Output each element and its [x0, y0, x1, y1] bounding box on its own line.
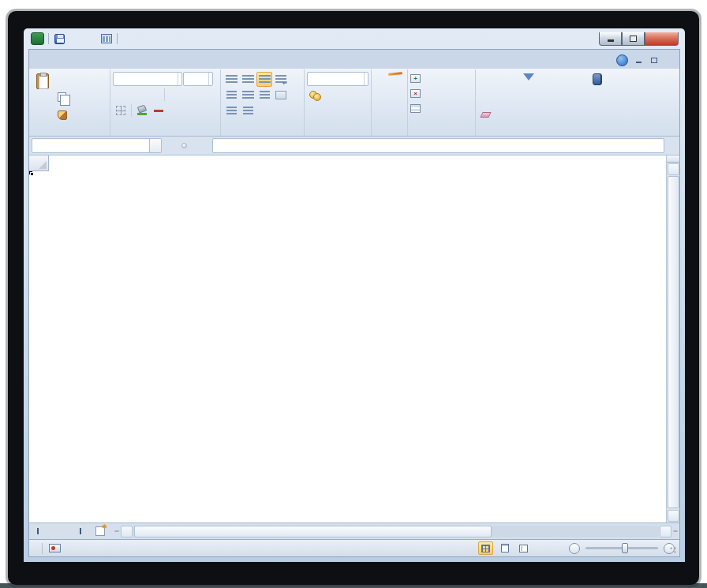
font-family-select[interactable] — [113, 72, 182, 86]
insert-cells-button[interactable] — [410, 71, 473, 86]
resize-grip-icon — [668, 545, 678, 555]
horizontal-scroll-track[interactable] — [133, 526, 659, 537]
fill-handle[interactable] — [30, 172, 34, 176]
last-sheet-button[interactable] — [74, 525, 87, 537]
paste-button[interactable] — [33, 71, 52, 124]
horizontal-scroll-thumb[interactable] — [134, 526, 492, 537]
paste-icon — [36, 73, 49, 89]
align-top-icon — [226, 75, 238, 84]
workbook-restore-button[interactable] — [649, 56, 660, 66]
align-middle-button[interactable] — [240, 72, 256, 87]
vertical-scroll-thumb[interactable] — [668, 176, 679, 508]
shrink-font-button[interactable] — [184, 88, 200, 103]
cut-button[interactable] — [54, 71, 70, 86]
align-top-button[interactable] — [223, 72, 239, 87]
group-cells — [408, 69, 476, 136]
scroll-left-button[interactable] — [121, 526, 133, 537]
scroll-down-button[interactable] — [668, 510, 679, 522]
workbook-close-button[interactable] — [664, 56, 675, 66]
number-format-select[interactable] — [307, 72, 368, 86]
percent-style-button[interactable] — [324, 88, 339, 103]
fill-color-button[interactable] — [134, 103, 150, 118]
increase-decimal-button[interactable] — [307, 103, 323, 118]
formula-bar-divider — [162, 143, 206, 148]
italic-button[interactable] — [129, 88, 145, 103]
align-center-button[interactable] — [240, 88, 256, 103]
minimize-button[interactable] — [599, 32, 622, 46]
tab-splitter-handle[interactable] — [114, 530, 119, 532]
divider-dot-icon — [181, 143, 187, 148]
increase-indent-button[interactable] — [240, 103, 256, 118]
workbook-minimize-button[interactable] — [633, 56, 644, 66]
delete-cells-button[interactable] — [410, 86, 473, 101]
page-break-icon — [519, 545, 528, 552]
font-color-button[interactable] — [151, 103, 166, 118]
close-button[interactable] — [645, 32, 679, 46]
table-tool-button[interactable] — [100, 32, 113, 45]
wrap-text-icon — [275, 75, 286, 84]
vertical-scrollbar[interactable] — [666, 155, 679, 522]
name-box[interactable] — [32, 138, 150, 153]
save-button[interactable] — [53, 32, 65, 45]
normal-view-button[interactable] — [478, 541, 493, 555]
split-handle[interactable] — [667, 155, 679, 163]
align-bottom-button[interactable] — [256, 72, 272, 87]
align-left-button[interactable] — [223, 88, 239, 103]
clear-button[interactable] — [478, 107, 494, 122]
help-icon[interactable] — [616, 54, 628, 66]
active-cell-selection[interactable] — [29, 171, 32, 174]
autosum-button[interactable] — [478, 71, 494, 86]
scroll-up-button[interactable] — [668, 163, 679, 175]
format-painter-button[interactable] — [54, 107, 70, 122]
borders-button[interactable] — [113, 103, 129, 118]
merge-center-button[interactable] — [273, 88, 289, 103]
format-cells-icon — [410, 104, 421, 113]
copy-button[interactable] — [54, 89, 70, 104]
zoom-slider-track[interactable] — [585, 547, 658, 549]
decrease-indent-button[interactable] — [223, 103, 239, 118]
excel-window — [24, 28, 685, 562]
next-sheet-button[interactable] — [60, 525, 73, 537]
status-bar — [29, 539, 679, 556]
prev-sheet-button[interactable] — [46, 525, 58, 537]
delete-cells-icon — [410, 89, 421, 98]
sort-filter-button[interactable] — [496, 71, 559, 124]
find-select-button[interactable] — [562, 71, 625, 124]
restore-button[interactable] — [622, 32, 645, 46]
comma-style-button[interactable] — [340, 88, 356, 103]
grow-font-button[interactable] — [167, 88, 183, 103]
zoom-out-button[interactable] — [569, 543, 580, 554]
excel-logo-icon[interactable] — [31, 32, 44, 45]
wrap-text-button[interactable] — [273, 72, 289, 87]
formula-input[interactable] — [212, 138, 664, 153]
fill-button[interactable] — [478, 89, 494, 104]
table-icon — [101, 34, 112, 43]
align-left-icon — [226, 91, 237, 99]
zoom-slider-thumb[interactable] — [622, 543, 628, 553]
scroll-right-button[interactable] — [660, 526, 671, 537]
sheet-tab-bar — [29, 522, 679, 539]
expand-formula-bar-icon[interactable] — [664, 138, 677, 153]
title-bar — [28, 28, 680, 49]
orientation-button[interactable] — [256, 103, 272, 118]
styles-button[interactable] — [387, 71, 393, 124]
page-break-view-button[interactable] — [516, 541, 531, 555]
redo-button[interactable] — [84, 32, 97, 45]
borders-icon — [116, 106, 125, 115]
select-all-corner[interactable] — [29, 155, 49, 171]
undo-button[interactable] — [69, 32, 81, 45]
scrollbar-splitter-handle[interactable] — [673, 530, 678, 532]
format-cells-button[interactable] — [410, 101, 473, 116]
bold-button[interactable] — [113, 88, 129, 103]
record-macro-icon[interactable] — [49, 544, 61, 552]
decrease-decimal-button[interactable] — [324, 103, 339, 118]
underline-button[interactable] — [146, 88, 162, 103]
font-size-select[interactable] — [183, 72, 213, 86]
customize-qat-button[interactable] — [122, 32, 134, 45]
page-layout-view-button[interactable] — [497, 541, 512, 555]
accounting-format-button[interactable] — [307, 88, 323, 103]
align-right-button[interactable] — [256, 88, 272, 103]
first-sheet-button[interactable] — [32, 525, 44, 537]
insert-sheet-button[interactable] — [89, 523, 113, 539]
name-box-dropdown[interactable] — [150, 138, 162, 153]
